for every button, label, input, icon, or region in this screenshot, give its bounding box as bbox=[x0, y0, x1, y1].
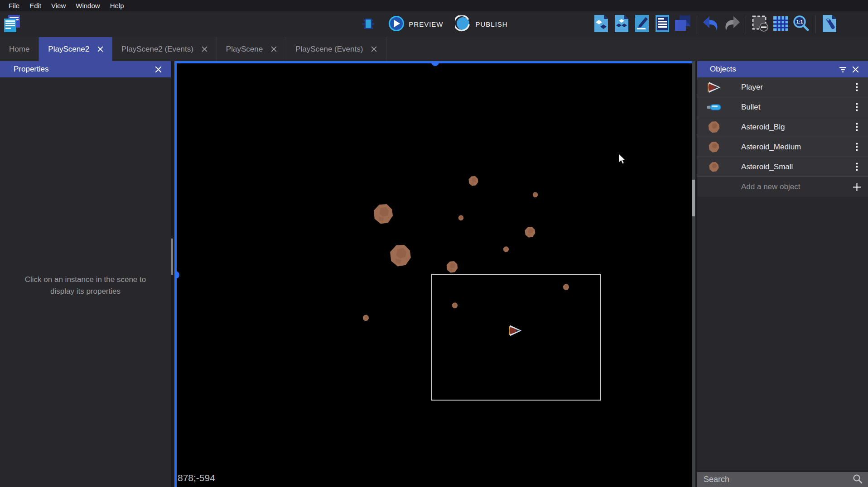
scene-instance-asteroid[interactable] bbox=[372, 203, 394, 225]
close-icon[interactable] bbox=[271, 46, 277, 52]
scene-instance-asteroid[interactable] bbox=[458, 215, 464, 220]
object-row-player[interactable]: Player bbox=[697, 77, 868, 97]
object-menu-icon[interactable] bbox=[851, 159, 863, 175]
scene-instance-asteroid[interactable] bbox=[563, 284, 569, 291]
close-icon[interactable] bbox=[152, 63, 164, 76]
tab-label: PlayScene bbox=[226, 45, 263, 54]
selection-delete-icon bbox=[752, 15, 769, 34]
close-icon[interactable] bbox=[202, 46, 207, 52]
tab-label: PlayScene (Events) bbox=[295, 45, 363, 54]
zoom-one-to-one-icon: 1:1 bbox=[792, 15, 810, 34]
debugger-button[interactable] bbox=[360, 15, 376, 33]
delete-selection-button[interactable] bbox=[752, 15, 769, 34]
object-menu-icon[interactable] bbox=[851, 139, 863, 155]
object-row-asteroid-big[interactable]: Asteroid_Big bbox=[697, 117, 868, 137]
redo-arrow-icon bbox=[723, 15, 741, 33]
publish-button[interactable]: PUBLISH bbox=[455, 15, 507, 33]
undo-button[interactable] bbox=[703, 15, 720, 34]
scene-canvas[interactable]: 878;-594 bbox=[174, 61, 692, 487]
zoom-original-button[interactable]: 1:1 bbox=[792, 15, 810, 34]
tab-playscene2-events[interactable]: PlayScene2 (Events) bbox=[112, 37, 217, 61]
scene-instance-asteroid[interactable] bbox=[389, 244, 412, 267]
open-object-groups-button[interactable] bbox=[613, 15, 630, 34]
scene-instance-asteroid[interactable] bbox=[468, 176, 479, 186]
preview-button[interactable]: PREVIEW bbox=[388, 15, 443, 33]
publish-globe-icon bbox=[455, 15, 471, 33]
add-object-label: Add a new object bbox=[741, 182, 851, 191]
properties-panel: Properties Click on an instance in the s… bbox=[0, 61, 171, 487]
scene-instance-asteroid[interactable] bbox=[532, 191, 538, 197]
menu-item-help[interactable]: Help bbox=[105, 0, 129, 11]
toggle-grid-button[interactable] bbox=[772, 15, 789, 34]
filter-icon[interactable] bbox=[836, 63, 849, 76]
settings-wrench-icon bbox=[822, 14, 837, 34]
undo-arrow-icon bbox=[702, 15, 720, 33]
scene-instance-asteroid[interactable] bbox=[452, 302, 458, 309]
properties-empty-message: Click on an instance in the scene to dis… bbox=[0, 274, 171, 298]
redo-button[interactable] bbox=[723, 15, 740, 34]
instances-list-icon bbox=[655, 14, 670, 34]
object-menu-icon[interactable] bbox=[851, 119, 863, 135]
menu-item-edit[interactable]: Edit bbox=[24, 0, 46, 11]
menu-item-window[interactable]: Window bbox=[71, 0, 105, 11]
menu-bar: File Edit View Window Help bbox=[0, 0, 868, 11]
debugger-bug-icon bbox=[360, 15, 376, 33]
objects-panel-empty-area bbox=[697, 197, 868, 470]
add-object-button[interactable]: Add a new object bbox=[697, 177, 868, 197]
object-name: Asteroid_Medium bbox=[741, 143, 851, 152]
tab-label: Home bbox=[9, 45, 29, 54]
tab-label: PlayScene2 (Events) bbox=[121, 45, 193, 54]
scene-instance-asteroid[interactable] bbox=[524, 226, 536, 238]
close-icon[interactable] bbox=[97, 46, 103, 52]
layers-icon bbox=[675, 15, 691, 34]
close-icon[interactable] bbox=[371, 46, 377, 52]
object-row-bullet[interactable]: Bullet bbox=[697, 97, 868, 117]
search-input[interactable] bbox=[704, 475, 853, 484]
svg-text:1:1: 1:1 bbox=[796, 19, 803, 24]
toolbar-separator bbox=[815, 15, 815, 33]
tab-playscene2[interactable]: PlayScene2 bbox=[39, 37, 112, 61]
menu-item-view[interactable]: View bbox=[46, 0, 71, 11]
objects-panel-header: Objects bbox=[697, 61, 868, 77]
open-objects-editor-button[interactable] bbox=[593, 15, 610, 34]
objects-panel: Objects Play bbox=[697, 61, 868, 487]
open-properties-button[interactable] bbox=[633, 15, 651, 34]
scene-right-scrollbar-thumb[interactable] bbox=[692, 180, 695, 216]
scene-settings-button[interactable] bbox=[821, 15, 838, 34]
plus-icon[interactable] bbox=[851, 179, 863, 195]
open-instances-list-button[interactable] bbox=[654, 15, 671, 34]
scene-instance-asteroid[interactable] bbox=[503, 246, 509, 253]
properties-panel-title: Properties bbox=[14, 65, 48, 74]
panel-divider bbox=[171, 61, 174, 487]
menu-item-file[interactable]: File bbox=[4, 0, 24, 11]
scene-left-scrollbar-thumb[interactable] bbox=[171, 239, 173, 275]
object-menu-icon[interactable] bbox=[851, 79, 863, 95]
object-name: Player bbox=[741, 83, 851, 92]
cursor-coordinates: 878;-594 bbox=[178, 473, 215, 483]
scene-instance-asteroid[interactable] bbox=[362, 315, 369, 321]
asteroid-icon bbox=[706, 160, 722, 174]
scene-instance-player[interactable] bbox=[508, 325, 522, 337]
objects-panel-title: Objects bbox=[710, 65, 736, 74]
tab-playscene-events[interactable]: PlayScene (Events) bbox=[286, 37, 386, 61]
object-groups-icon bbox=[614, 14, 629, 34]
scene-instance-asteroid[interactable] bbox=[446, 261, 458, 273]
object-name: Asteroid_Small bbox=[741, 162, 851, 172]
search-icon bbox=[853, 474, 863, 486]
close-icon[interactable] bbox=[849, 63, 862, 76]
properties-pencil-icon bbox=[635, 14, 649, 34]
tab-home[interactable]: Home bbox=[0, 37, 39, 61]
game-window-border bbox=[431, 274, 601, 401]
object-menu-icon[interactable] bbox=[851, 99, 863, 115]
tab-playscene[interactable]: PlayScene bbox=[217, 37, 286, 61]
scene-vertical-scroll-handle[interactable] bbox=[174, 271, 179, 279]
scene-right-scrollbar[interactable] bbox=[692, 61, 695, 487]
scene-horizontal-scroll-handle[interactable] bbox=[431, 61, 439, 66]
object-name: Asteroid_Big bbox=[741, 123, 851, 132]
properties-panel-header: Properties bbox=[0, 61, 171, 77]
object-row-asteroid-small[interactable]: Asteroid_Small bbox=[697, 157, 868, 177]
object-row-asteroid-medium[interactable]: Asteroid_Medium bbox=[697, 137, 868, 157]
objects-search-bar bbox=[697, 470, 868, 487]
object-name: Bullet bbox=[741, 103, 851, 112]
open-layers-button[interactable] bbox=[674, 15, 691, 34]
